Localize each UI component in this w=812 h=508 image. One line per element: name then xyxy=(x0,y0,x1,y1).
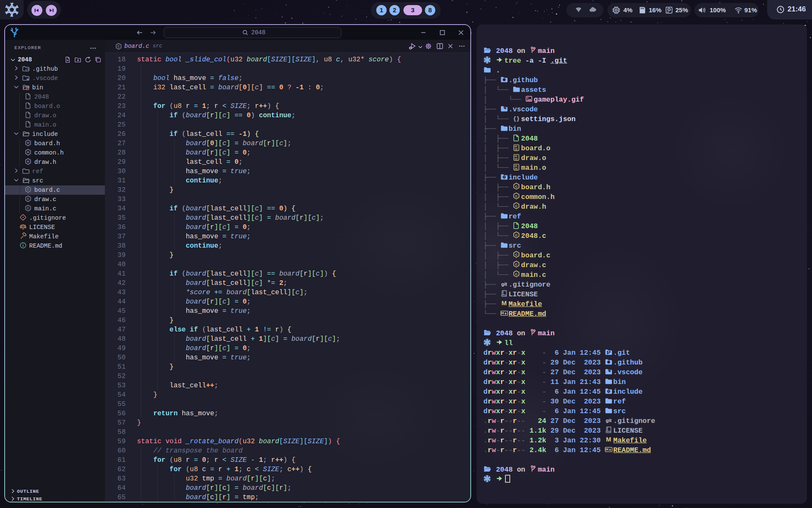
svg-text:C: C xyxy=(515,194,518,198)
svg-text:C: C xyxy=(515,272,518,276)
svg-text:git: git xyxy=(606,418,612,423)
svg-text:H: H xyxy=(27,160,29,163)
svg-text:C: C xyxy=(515,262,518,266)
svg-text:10: 10 xyxy=(515,148,518,151)
svg-text:(): () xyxy=(27,180,30,184)
svg-text:C: C xyxy=(27,197,30,201)
svg-text:git: git xyxy=(501,282,507,287)
svg-text:1: 1 xyxy=(380,6,383,14)
svg-text:C: C xyxy=(27,206,30,210)
svg-text:8: 8 xyxy=(428,6,432,14)
svg-text:M: M xyxy=(606,436,611,443)
svg-text:C: C xyxy=(515,253,518,257)
svg-text:10: 10 xyxy=(515,157,518,160)
svg-text:M: M xyxy=(501,300,506,306)
svg-text:2: 2 xyxy=(393,6,396,14)
svg-text:C: C xyxy=(118,44,120,48)
svg-text:10: 10 xyxy=(515,167,518,170)
svg-text:C: C xyxy=(515,185,518,188)
svg-text:3: 3 xyxy=(411,6,414,14)
svg-text:C: C xyxy=(515,204,518,208)
svg-text:H: H xyxy=(27,150,29,154)
svg-text:C: C xyxy=(515,233,518,237)
svg-text:C: C xyxy=(27,188,30,191)
svg-text:{}: {} xyxy=(513,116,520,122)
svg-text:H: H xyxy=(27,141,29,145)
